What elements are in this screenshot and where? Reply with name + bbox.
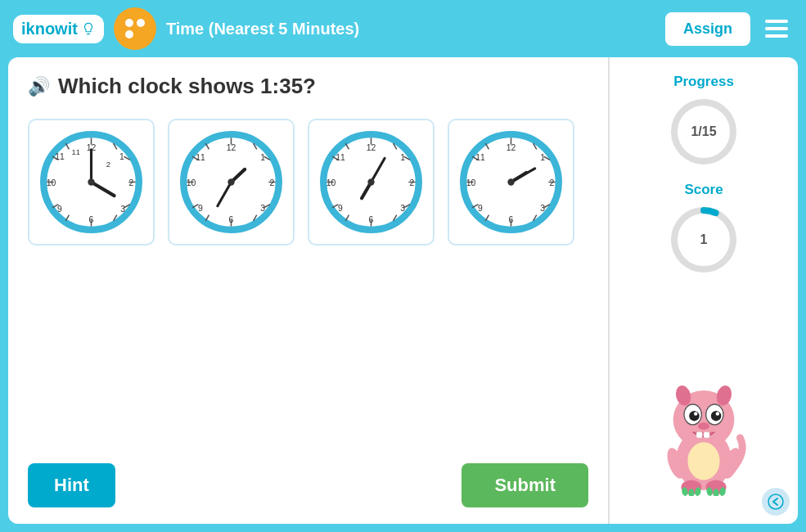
svg-text:1: 1 xyxy=(540,153,545,162)
dot-1 xyxy=(125,19,133,27)
svg-text:10: 10 xyxy=(47,178,56,187)
svg-point-0 xyxy=(88,33,89,34)
progress-circle: 1/15 xyxy=(667,95,741,169)
svg-text:1: 1 xyxy=(260,153,265,162)
clock-4-svg: 12 1 2 3 6 9 10 11 xyxy=(460,131,562,233)
score-value: 1 xyxy=(700,232,708,247)
svg-text:6: 6 xyxy=(89,216,94,225)
svg-text:1: 1 xyxy=(400,153,405,162)
clock-option-4[interactable]: 12 1 2 3 6 9 10 11 xyxy=(448,119,574,246)
svg-text:9: 9 xyxy=(478,204,483,213)
svg-text:2: 2 xyxy=(410,178,415,187)
right-panel: Progress 1/15 Score 1 xyxy=(610,57,798,524)
svg-text:12: 12 xyxy=(507,143,516,152)
main-content: 🔊 Which clock shows 1:35? xyxy=(8,57,798,524)
svg-text:1: 1 xyxy=(119,152,124,161)
svg-text:6: 6 xyxy=(369,216,374,225)
svg-point-112 xyxy=(716,412,719,415)
score-label: Score xyxy=(684,182,723,198)
clock-3-svg: 12 1 2 3 6 9 10 11 xyxy=(320,131,422,233)
svg-text:11: 11 xyxy=(72,148,80,156)
svg-text:9: 9 xyxy=(198,204,203,213)
header: iknowit Time (Nearest 5 Minutes) Assign xyxy=(0,0,806,57)
svg-text:9: 9 xyxy=(338,204,343,213)
clock-2-svg: 12 1 2 3 6 9 10 11 xyxy=(180,131,282,233)
question-text: Which clock shows 1:35? xyxy=(58,74,316,99)
clock-option-3[interactable]: 12 1 2 3 6 9 10 11 xyxy=(308,119,435,246)
score-section: Score 1 xyxy=(667,182,741,277)
svg-point-74 xyxy=(367,178,374,185)
svg-point-50 xyxy=(227,178,234,185)
menu-icon xyxy=(765,27,788,30)
svg-point-113 xyxy=(698,422,709,430)
svg-text:11: 11 xyxy=(475,153,485,162)
back-icon xyxy=(768,494,784,510)
svg-text:12: 12 xyxy=(367,143,376,152)
svg-text:10: 10 xyxy=(187,178,196,187)
logo-text: iknowit xyxy=(21,20,78,38)
mascot-area xyxy=(646,365,761,499)
clock-option-1[interactable]: 12 1 2 3 6 9 10 11 2 11 xyxy=(28,119,155,246)
dot-2 xyxy=(137,19,145,27)
svg-text:6: 6 xyxy=(509,216,514,225)
svg-text:6: 6 xyxy=(229,216,234,225)
submit-button[interactable]: Submit xyxy=(462,463,588,507)
svg-text:9: 9 xyxy=(57,205,62,214)
clock-1-svg: 12 1 2 3 6 9 10 11 2 11 xyxy=(40,131,142,233)
svg-text:3: 3 xyxy=(120,205,125,214)
logo: iknowit xyxy=(13,15,104,43)
left-panel: 🔊 Which clock shows 1:35? xyxy=(8,57,610,524)
svg-rect-115 xyxy=(704,432,709,438)
menu-icon xyxy=(765,20,788,23)
svg-point-98 xyxy=(507,178,514,185)
svg-text:3: 3 xyxy=(400,204,405,213)
menu-icon xyxy=(765,34,788,38)
svg-point-109 xyxy=(689,411,699,421)
back-button[interactable] xyxy=(762,488,790,516)
lesson-icon xyxy=(114,7,156,50)
progress-label: Progress xyxy=(673,74,734,90)
clock-option-2[interactable]: 12 1 2 3 6 9 10 11 xyxy=(168,119,295,246)
svg-text:2: 2 xyxy=(106,160,110,169)
svg-point-110 xyxy=(711,411,721,421)
dot-3 xyxy=(125,30,133,38)
progress-value: 1/15 xyxy=(691,124,716,139)
svg-rect-114 xyxy=(696,432,702,438)
svg-text:11: 11 xyxy=(335,153,345,162)
menu-button[interactable] xyxy=(760,15,793,43)
clock-options: 12 1 2 3 6 9 10 11 2 11 xyxy=(28,119,588,246)
assign-button[interactable]: Assign xyxy=(665,12,750,46)
lightbulb-icon xyxy=(81,21,96,36)
svg-point-111 xyxy=(694,412,697,415)
sound-button[interactable]: 🔊 xyxy=(28,76,50,97)
svg-text:12: 12 xyxy=(227,143,236,152)
question-row: 🔊 Which clock shows 1:35? xyxy=(28,74,588,99)
svg-point-26 xyxy=(88,178,94,185)
svg-text:2: 2 xyxy=(270,178,275,187)
svg-text:2: 2 xyxy=(550,178,555,187)
hint-button[interactable]: Hint xyxy=(28,463,115,507)
svg-text:3: 3 xyxy=(540,204,545,213)
svg-text:11: 11 xyxy=(196,153,205,162)
mascot-image xyxy=(646,365,761,496)
score-circle: 1 xyxy=(667,203,741,277)
svg-text:11: 11 xyxy=(55,152,65,161)
svg-text:10: 10 xyxy=(466,178,476,187)
svg-point-119 xyxy=(687,442,719,480)
svg-text:2: 2 xyxy=(129,178,134,187)
svg-point-130 xyxy=(768,494,783,509)
lesson-title: Time (Nearest 5 Minutes) xyxy=(166,20,655,38)
progress-section: Progress 1/15 xyxy=(667,74,741,169)
svg-text:3: 3 xyxy=(260,204,265,213)
svg-text:10: 10 xyxy=(326,178,336,187)
lesson-icon-dots xyxy=(125,19,145,38)
action-buttons: Hint Submit xyxy=(28,463,588,507)
